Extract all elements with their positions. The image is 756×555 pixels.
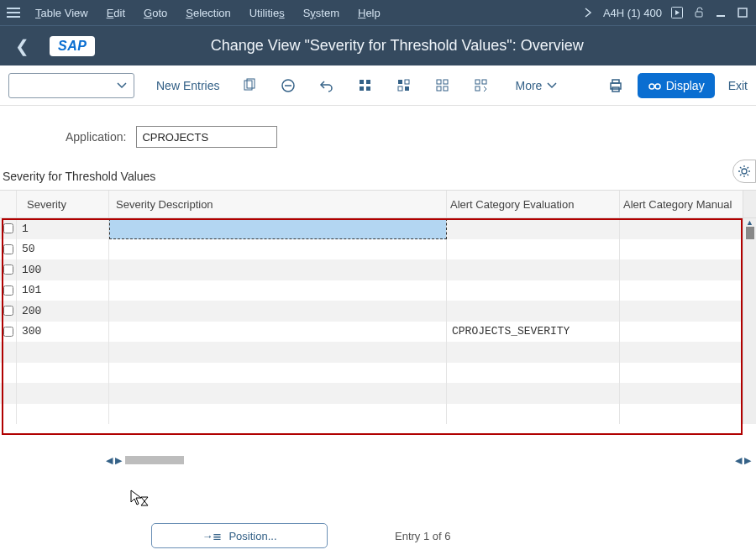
- config-icon[interactable]: [473, 77, 490, 94]
- vscroll-gutter[interactable]: [743, 239, 756, 260]
- vscroll-gutter[interactable]: [743, 383, 756, 404]
- cell-evaluation[interactable]: [447, 363, 620, 384]
- select-all-icon[interactable]: [357, 77, 374, 94]
- position-button[interactable]: →≣ Position...: [151, 523, 328, 548]
- table-row[interactable]: 200: [0, 301, 756, 322]
- menu-selection[interactable]: Selection: [186, 7, 230, 19]
- table-row[interactable]: [0, 383, 756, 404]
- display-button[interactable]: Display: [638, 73, 715, 98]
- row-checkbox[interactable]: [3, 327, 13, 337]
- cell-manual[interactable]: [620, 301, 743, 322]
- unlock-icon[interactable]: [692, 6, 706, 19]
- menu-edit[interactable]: Edit: [107, 7, 125, 19]
- cell-evaluation[interactable]: [447, 301, 620, 322]
- table-row[interactable]: 50: [0, 239, 756, 260]
- maximize-icon[interactable]: [736, 6, 749, 19]
- cell-manual[interactable]: [620, 363, 743, 384]
- deselect-all-icon[interactable]: [434, 77, 451, 94]
- table-row[interactable]: 300CPROJECTS_SEVERITY: [0, 322, 756, 343]
- col-evaluation[interactable]: Alert Category Evaluation: [447, 191, 620, 217]
- cell-evaluation[interactable]: [447, 404, 620, 425]
- cell-description[interactable]: [109, 383, 447, 404]
- cell-manual[interactable]: [620, 259, 743, 280]
- delete-icon[interactable]: [280, 77, 297, 94]
- chevron-right-icon[interactable]: [581, 6, 595, 19]
- view-combo[interactable]: [8, 73, 134, 98]
- cell-evaluation[interactable]: [447, 280, 620, 301]
- copy-icon[interactable]: [241, 77, 258, 94]
- menu-table-view[interactable]: Table View: [35, 7, 88, 19]
- cell-manual[interactable]: [620, 239, 743, 260]
- undo-icon[interactable]: [318, 77, 335, 94]
- menu-utilities[interactable]: Utilities: [249, 7, 285, 19]
- cell-manual[interactable]: [620, 322, 743, 343]
- cell-severity[interactable]: 1: [17, 218, 109, 239]
- table-row[interactable]: 1▲: [0, 218, 756, 239]
- row-checkbox[interactable]: [3, 264, 13, 275]
- cell-manual[interactable]: [620, 342, 743, 363]
- cell-severity[interactable]: 300: [17, 322, 109, 343]
- row-checkbox[interactable]: [3, 306, 13, 316]
- table-row[interactable]: [0, 363, 756, 384]
- print-icon[interactable]: [607, 77, 624, 94]
- cell-description[interactable]: [109, 259, 447, 280]
- more-button[interactable]: More: [515, 79, 557, 92]
- cell-manual[interactable]: [620, 383, 743, 404]
- vscroll-gutter[interactable]: [743, 301, 756, 322]
- cell-evaluation[interactable]: CPROJECTS_SEVERITY: [447, 322, 620, 343]
- table-row[interactable]: [0, 404, 756, 425]
- cell-manual[interactable]: [620, 404, 743, 425]
- cell-severity[interactable]: 101: [17, 280, 109, 301]
- cell-severity[interactable]: [17, 383, 109, 404]
- back-button[interactable]: ❮: [10, 34, 34, 58]
- settings-button[interactable]: [732, 160, 756, 183]
- menu-system[interactable]: System: [303, 7, 339, 19]
- vscroll-gutter[interactable]: ▲: [743, 218, 756, 239]
- vscroll-gutter[interactable]: [743, 342, 756, 363]
- application-input[interactable]: [136, 126, 277, 148]
- cell-manual[interactable]: [620, 280, 743, 301]
- exit-link[interactable]: Exit: [728, 79, 748, 92]
- row-checkbox[interactable]: [3, 285, 13, 296]
- hamburger-icon[interactable]: [7, 8, 20, 18]
- row-checkbox[interactable]: [3, 223, 13, 233]
- vscroll-gutter[interactable]: [743, 322, 756, 343]
- hscroll-right[interactable]: ◀ ▶: [735, 455, 751, 466]
- cell-description[interactable]: [109, 218, 447, 239]
- cell-description[interactable]: [109, 322, 447, 343]
- vscroll-gutter[interactable]: [743, 363, 756, 384]
- menu-goto[interactable]: Goto: [144, 7, 167, 19]
- cell-evaluation[interactable]: [447, 259, 620, 280]
- hscroll-left[interactable]: ◀ ▶: [106, 455, 122, 466]
- minimize-icon[interactable]: [714, 6, 727, 19]
- cell-severity[interactable]: 200: [17, 301, 109, 322]
- cell-description[interactable]: [109, 363, 447, 384]
- cell-severity[interactable]: [17, 363, 109, 384]
- vscroll-gutter[interactable]: [743, 280, 756, 301]
- menu-help[interactable]: Help: [358, 7, 381, 19]
- select-block-icon[interactable]: [396, 77, 412, 94]
- cell-evaluation[interactable]: [447, 218, 620, 239]
- play-icon[interactable]: [670, 6, 684, 19]
- cell-evaluation[interactable]: [447, 383, 620, 404]
- cell-severity[interactable]: [17, 342, 109, 363]
- vscroll-gutter[interactable]: [743, 404, 756, 425]
- cell-severity[interactable]: [17, 404, 109, 425]
- col-severity[interactable]: Severity: [17, 191, 109, 217]
- cell-description[interactable]: [109, 404, 447, 425]
- table-row[interactable]: 101: [0, 280, 756, 301]
- table-row[interactable]: 100: [0, 259, 756, 280]
- cell-description[interactable]: [109, 342, 447, 363]
- hscroll-thumb-left[interactable]: [125, 456, 184, 464]
- col-manual[interactable]: Alert Category Manual: [620, 191, 743, 217]
- cell-description[interactable]: [109, 280, 447, 301]
- vscroll-gutter[interactable]: [743, 259, 756, 280]
- cell-evaluation[interactable]: [447, 342, 620, 363]
- row-checkbox[interactable]: [3, 244, 13, 254]
- col-description[interactable]: Severity Description: [109, 191, 447, 217]
- cell-severity[interactable]: 100: [17, 259, 109, 280]
- cell-severity[interactable]: 50: [17, 239, 109, 260]
- cell-evaluation[interactable]: [447, 239, 620, 260]
- new-entries-button[interactable]: New Entries: [156, 79, 219, 92]
- cell-description[interactable]: [109, 301, 447, 322]
